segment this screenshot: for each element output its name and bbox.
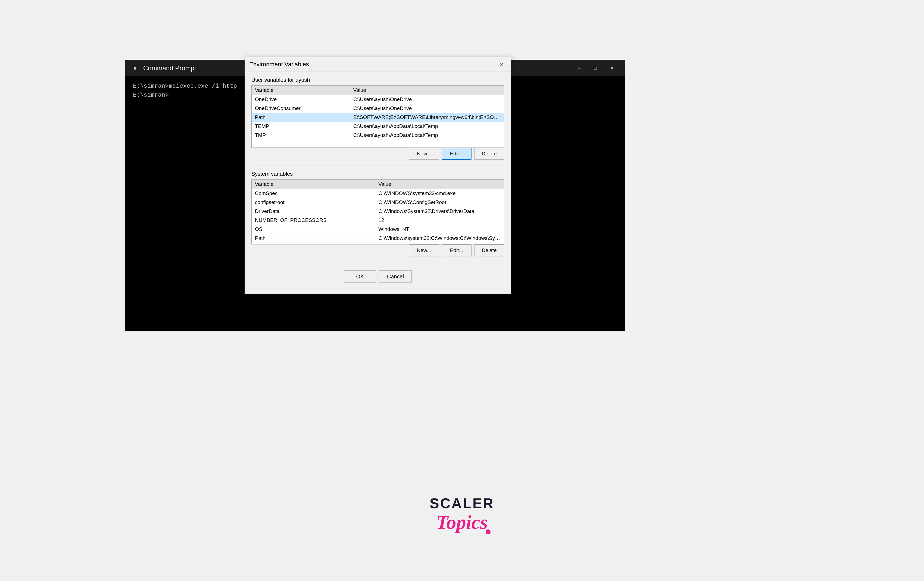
var-name: OS [252, 225, 375, 234]
var-value: C:\Users\ayush\OneDrive [350, 95, 504, 104]
user-col-value: Value [350, 86, 504, 95]
table-row[interactable]: NUMBER_OF_PROCESSORS 12 [252, 216, 504, 225]
table-row[interactable]: configsetroot C:\WINDOWS\ConfigSetRoot [252, 198, 504, 207]
cmd-minimize-button[interactable]: ─ [571, 63, 587, 74]
var-name: Path [252, 234, 375, 243]
table-row[interactable]: Path E:\SOFTWARE;E:\SOFTWARE\Library\min… [252, 113, 504, 122]
var-value: C:\WINDOWS\ConfigSetRoot [375, 198, 504, 207]
var-name: configsetroot [252, 198, 375, 207]
sys-col-variable: Variable [252, 179, 375, 189]
user-variables-table: Variable Value OneDrive C:\Users\ayush\O… [252, 86, 504, 140]
var-value: E:\SOFTWARE;E:\SOFTWARE\Library\mingw-w6… [350, 113, 504, 122]
system-variables-section: System variables Variable Value ComSpec [251, 171, 504, 257]
sys-col-value: Value [375, 179, 504, 189]
cmd-titlebar-left: ■ Command Prompt [131, 64, 196, 72]
table-row[interactable]: ComSpec C:\WINDOWS\system32\cmd.exe [252, 189, 504, 198]
ok-button[interactable]: OK [344, 270, 376, 283]
user-edit-button[interactable]: Edit... [442, 148, 472, 160]
system-table-header-row: Variable Value [252, 179, 504, 189]
user-table-body: OneDrive C:\Users\ayush\OneDrive OneDriv… [252, 95, 504, 140]
var-value: C:\Windows\system32;C:\Windows;C:\Window… [375, 234, 504, 243]
system-variable-buttons: New... Edit... Delete [251, 244, 504, 257]
system-table-body: ComSpec C:\WINDOWS\system32\cmd.exe conf… [252, 189, 504, 245]
table-row[interactable]: TMP C:\Users\ayush\AppData\Local\Temp [252, 131, 504, 140]
desktop: ■ Command Prompt ─ □ ✕ E:\simran>msiexec… [0, 0, 924, 581]
table-row[interactable]: DriverData C:\Windows\System32\Drivers\D… [252, 207, 504, 216]
var-value: Windows_NT [375, 225, 504, 234]
var-value: C:\Windows\System32\Drivers\DriverData [375, 207, 504, 216]
user-variables-section: User variables for ayush Variable Value … [251, 77, 504, 160]
var-value: C:\Users\ayush\AppData\Local\Temp [350, 122, 504, 131]
cmd-close-button[interactable]: ✕ [604, 63, 619, 74]
var-value: 12 [375, 216, 504, 225]
system-variables-table: Variable Value ComSpec C:\WINDOWS\system… [252, 179, 504, 244]
user-table-header-row: Variable Value [252, 86, 504, 95]
env-titlebar: Environment Variables ✕ [245, 57, 511, 71]
topics-brand-text: Topics [436, 513, 488, 532]
user-delete-button[interactable]: Delete [474, 148, 504, 160]
user-variable-buttons: New... Edit... Delete [251, 148, 504, 160]
env-dialog-title: Environment Variables [249, 61, 309, 68]
env-bottom-buttons: OK Cancel [251, 268, 504, 288]
env-close-button[interactable]: ✕ [497, 59, 506, 69]
cmd-maximize-button[interactable]: □ [588, 63, 603, 74]
cmd-window-title: Command Prompt [143, 64, 196, 72]
cancel-button[interactable]: Cancel [379, 270, 412, 283]
var-value: C:\Users\ayush\OneDrive [350, 104, 504, 113]
table-row[interactable]: TEMP C:\Users\ayush\AppData\Local\Temp [252, 122, 504, 131]
system-edit-button[interactable]: Edit... [442, 244, 472, 257]
table-row[interactable]: OneDriveConsumer C:\Users\ayush\OneDrive [252, 104, 504, 113]
scaler-logo: SCALER Topics [430, 495, 494, 532]
scaler-brand-text: SCALER [430, 495, 494, 512]
user-new-button[interactable]: New... [409, 148, 439, 160]
var-name: OneDrive [252, 95, 350, 104]
system-section-title: System variables [251, 171, 504, 177]
cmd-controls: ─ □ ✕ [571, 63, 619, 74]
var-name: OneDriveConsumer [252, 104, 350, 113]
var-name: TEMP [252, 122, 350, 131]
var-name: Path [252, 113, 350, 122]
var-name: ComSpec [252, 189, 375, 198]
system-table-container[interactable]: Variable Value ComSpec C:\WINDOWS\system… [251, 179, 504, 244]
env-dialog: Environment Variables ✕ User variables f… [244, 57, 511, 294]
user-table-container[interactable]: Variable Value OneDrive C:\Users\ayush\O… [251, 85, 504, 148]
var-value: C:\WINDOWS\system32\cmd.exe [375, 189, 504, 198]
var-value: C:\Users\ayush\AppData\Local\Temp [350, 131, 504, 140]
var-name: TMP [252, 131, 350, 140]
system-delete-button[interactable]: Delete [474, 244, 504, 257]
table-row[interactable]: Path C:\Windows\system32;C:\Windows;C:\W… [252, 234, 504, 243]
user-col-variable: Variable [252, 86, 350, 95]
table-row[interactable]: OneDrive C:\Users\ayush\OneDrive [252, 95, 504, 104]
env-body: User variables for ayush Variable Value … [245, 71, 511, 294]
cmd-icon: ■ [131, 64, 139, 72]
system-new-button[interactable]: New... [409, 244, 439, 257]
var-name: DriverData [252, 207, 375, 216]
user-section-title: User variables for ayush [251, 77, 504, 83]
table-row[interactable]: OS Windows_NT [252, 225, 504, 234]
var-name: NUMBER_OF_PROCESSORS [252, 216, 375, 225]
